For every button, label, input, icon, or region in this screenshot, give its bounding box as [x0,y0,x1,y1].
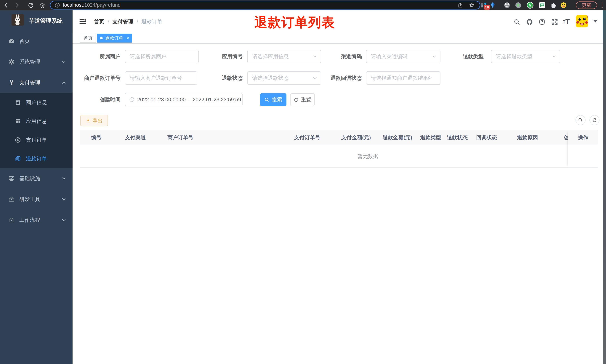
share-icon[interactable] [457,2,463,8]
tag-refund-order[interactable]: 退款订单 × [97,34,132,43]
extension-emoji-icon[interactable] [560,2,567,9]
merchant-refund-no-field[interactable] [125,72,197,84]
breadcrumb-pay[interactable]: 支付管理 [113,18,133,25]
merchant-refund-no-input[interactable] [125,71,197,85]
extension-command-icon[interactable] [504,2,510,9]
fixed-column-body [568,145,598,167]
filter-label-refund-status: 退款状态 [191,71,243,85]
browser-back-icon[interactable] [2,1,10,9]
column-header: 支付渠道 [125,130,146,145]
browser-home-icon[interactable] [39,1,46,9]
tag-home[interactable]: 首页 [80,34,96,43]
sidebar-item-label: 支付管理 [19,79,40,86]
refresh-table-button[interactable] [590,115,599,125]
search-icon [578,117,583,123]
sidebar-item-app-info[interactable]: 应用信息 [0,112,73,130]
toggle-search-button[interactable] [576,115,586,125]
column-header: 退款金额(元) [382,130,412,145]
avatar[interactable] [576,15,588,27]
refund-type-select[interactable]: 请选择退款类型 [491,50,560,63]
tags-view: 首页 退款订单 × [73,33,606,44]
filter-label-channel: 渠道编码 [310,50,362,63]
refund-type-placeholder: 请选择退款类型 [496,53,551,60]
extension-kite-icon[interactable] [489,2,496,9]
merchant-input[interactable] [125,50,199,63]
browser-reload-icon[interactable] [27,1,35,9]
chevron-down-icon [552,54,556,59]
sidebar-item-refund-order[interactable]: 退款订单 [0,149,73,168]
pay-submenu: 商户信息 应用信息 支付订单 退款订单 [0,93,73,168]
table-empty-row: 暂无数据 [80,145,598,168]
help-icon[interactable] [538,18,546,26]
extension-record-icon[interactable] [515,2,522,9]
browser-menu-icon[interactable] [600,2,605,9]
yen-icon: ¥ [8,79,15,87]
sidebar-item-infra[interactable]: 基础设施 [0,168,73,189]
sidebar-item-workflow[interactable]: 工作流程 [0,210,73,231]
breadcrumb-home[interactable]: 首页 [94,18,104,25]
channel-select-placeholder: 请输入渠道编码 [371,53,431,60]
column-header: 支付订单号 [294,130,320,145]
refresh-icon [293,97,299,102]
sidebar-item-pay[interactable]: ¥ 支付管理 [0,72,73,93]
font-size-icon[interactable]: TT [563,18,570,26]
extension-y-icon[interactable]: y [527,2,533,9]
browser-update-button[interactable]: 更新 [576,1,597,9]
filter-label-app: 应用编号 [191,50,243,63]
url-host: localhost [63,2,83,8]
address-bar[interactable]: localhost:1024/pay/refund [50,1,480,10]
sidebar: 芋道管理系统 首页 系统管理 ¥ 支付管理 [0,10,73,364]
document-icon [14,156,22,162]
extensions-puzzle-icon[interactable] [550,2,557,9]
browser-forward-icon[interactable] [13,1,21,9]
sidebar-item-system[interactable]: 系统管理 [0,52,73,72]
breadcrumb: 首页 / 支付管理 / 退款订单 [94,10,162,33]
close-icon[interactable]: × [127,36,129,40]
monitor-icon [8,175,15,182]
chevron-up-icon [61,80,66,85]
sidebar-item-label: 首页 [19,38,30,45]
extension-chat-icon[interactable] [539,2,546,9]
search-button[interactable]: 搜索 [260,93,287,106]
column-header: 退款原因 [517,130,538,145]
search-button-label: 搜索 [272,96,282,103]
github-icon[interactable] [526,18,533,26]
navbar: 首页 / 支付管理 / 退款订单 退款订单列表 TT [73,10,606,33]
channel-select[interactable]: 请输入渠道编码 [366,50,440,63]
merchant-input-field[interactable] [125,50,198,63]
sidebar-item-merchant-info[interactable]: 商户信息 [0,93,73,112]
shop-icon [14,99,22,105]
dashboard-icon [8,38,15,44]
breadcrumb-separator: / [108,19,109,25]
sidebar-item-devtools[interactable]: 研发工具 [0,189,73,210]
site-info-icon[interactable] [54,2,60,8]
extension-badge: 10 [484,5,490,10]
bookmark-star-icon[interactable] [469,2,475,8]
column-header: 支付金额(元) [341,130,371,145]
download-icon [86,118,91,123]
create-time-range-picker[interactable]: 2022-01-23 00:00:00 - 2022-01-23 23:59:5… [125,93,243,106]
tag-label: 首页 [84,35,93,41]
date-range-separator: - [186,97,192,103]
chevron-down-icon [61,218,66,222]
search-icon [264,97,270,102]
avatar-caret-icon[interactable] [593,20,597,23]
filter-label-refund-type: 退款类型 [432,50,484,63]
toolbox-icon [8,196,15,202]
fullscreen-icon[interactable] [551,18,558,26]
export-button[interactable]: 导出 [80,115,108,126]
scrollbar[interactable] [603,10,606,364]
sidebar-item-label: 工作流程 [19,217,40,224]
notify-status-select[interactable]: 请选择通知商户退款结果的 [366,71,440,85]
sidebar-item-pay-order[interactable]: 支付订单 [0,130,73,149]
active-dot [100,37,103,39]
sidebar-item-label: 应用信息 [26,118,47,125]
sidebar-item-label: 支付订单 [26,136,47,143]
header-search-icon[interactable] [513,18,521,26]
breadcrumb-current: 退款订单 [142,18,162,25]
url-text: localhost:1024/pay/refund [63,2,120,8]
reset-button[interactable]: 重置 [290,93,315,106]
sidebar-item-home[interactable]: 首页 [0,31,73,52]
hamburger-icon[interactable] [79,18,87,25]
extension-blocks-icon[interactable]: 10 [481,2,487,9]
